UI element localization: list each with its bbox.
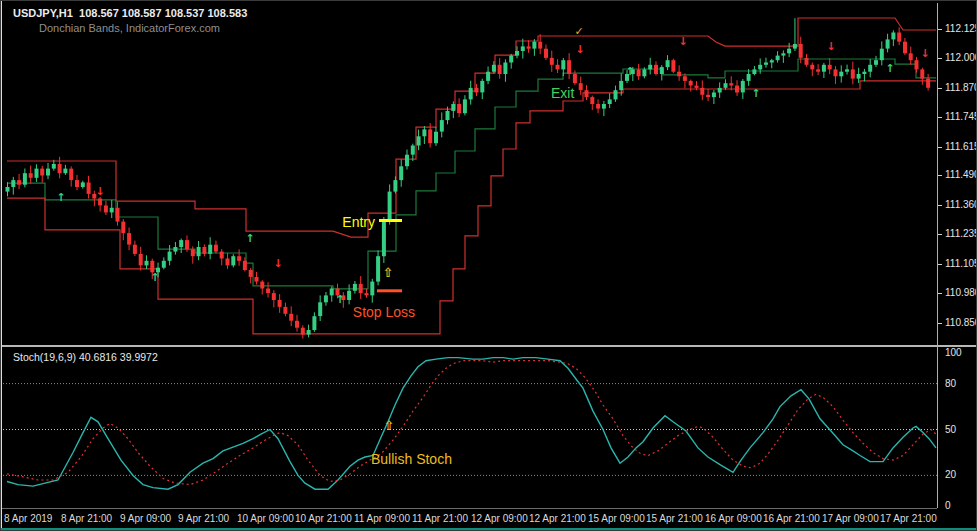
- price-axis[interactable]: 112.125112.000111.870111.745111.615111.4…: [937, 1, 977, 509]
- stoch-axis-label: 80: [945, 378, 956, 389]
- time-axis[interactable]: 8 Apr 20198 Apr 21:009 Apr 09:009 Apr 21…: [1, 509, 977, 530]
- candle-body: [307, 330, 311, 335]
- candle-body: [324, 295, 328, 302]
- candle-body: [116, 208, 120, 222]
- time-axis-label: 12 Apr 21:00: [529, 513, 586, 524]
- price-axis-tick: [938, 205, 942, 206]
- candle-body: [208, 245, 212, 254]
- candle-body: [573, 74, 577, 83]
- hollow-up-arrow-marker: ⇧: [383, 265, 394, 280]
- candle-body: [69, 169, 73, 181]
- candle-body: [683, 76, 687, 81]
- candle-body: [202, 247, 206, 254]
- price-axis-tick: [938, 117, 942, 118]
- candle-body: [538, 42, 542, 49]
- candle-body: [226, 259, 230, 266]
- candle-body: [440, 120, 444, 132]
- price-axis-label: 111.745: [945, 111, 977, 122]
- candle-body: [596, 104, 600, 109]
- candle-body: [544, 49, 548, 58]
- candle-body: [781, 53, 785, 55]
- up-arrow-marker: ↑: [150, 271, 159, 284]
- stop_loss-level-line: [377, 289, 402, 292]
- candle-body: [231, 256, 235, 265]
- candle-body: [376, 256, 380, 281]
- stoch-axis-label: 100: [945, 347, 962, 358]
- stoch-indicator-canvas[interactable]: ⇧Bullish Stoch: [3, 347, 937, 509]
- price-axis-label: 111.615: [945, 141, 977, 152]
- candle-body: [752, 69, 756, 74]
- candle-body: [463, 99, 467, 113]
- candle-body: [388, 192, 392, 220]
- candle-body: [145, 261, 149, 266]
- candle-body: [787, 49, 791, 54]
- candle-body: [550, 58, 554, 65]
- candle-body: [289, 314, 293, 321]
- candle-body: [446, 111, 450, 120]
- candle-body: [920, 69, 924, 78]
- down-arrow-marker: ↓: [273, 257, 282, 270]
- time-axis-label: 10 Apr 21:00: [295, 513, 352, 524]
- candle-body: [58, 164, 62, 173]
- candle-body: [891, 33, 895, 40]
- down-arrow-marker: ↓: [920, 47, 929, 60]
- down-arrow-marker: ↓: [575, 43, 584, 56]
- candle-body: [98, 199, 102, 206]
- candle-body: [434, 132, 438, 144]
- candle-body: [886, 39, 890, 48]
- candle-body: [741, 81, 745, 93]
- candle-body: [724, 83, 728, 88]
- stop_loss-label: Stop Loss: [353, 304, 415, 320]
- time-axis-label: 16 Apr 21:00: [763, 513, 820, 524]
- candle-body: [857, 74, 861, 79]
- indicator-attribution: Donchian Bands, IndicatorForex.com: [39, 22, 220, 34]
- check-arrow-marker: ✓: [574, 25, 583, 38]
- candle-body: [237, 256, 241, 261]
- candle-body: [40, 169, 44, 176]
- candle-body: [318, 302, 322, 316]
- candle-body: [509, 56, 513, 63]
- candle-body: [121, 222, 125, 234]
- candle-body: [451, 104, 455, 111]
- stoch-axis-label: 20: [945, 469, 956, 480]
- candle-body: [486, 72, 490, 81]
- candle-body: [874, 60, 878, 65]
- time-axis-label: 12 Apr 09:00: [471, 513, 528, 524]
- price-axis-label: 110.980: [945, 287, 977, 298]
- candle-body: [556, 65, 560, 70]
- candle-body: [637, 69, 641, 76]
- candle-body: [173, 247, 177, 252]
- candle-body: [747, 74, 751, 81]
- candle-body: [475, 88, 479, 93]
- candle-body: [926, 79, 930, 88]
- candle-body: [23, 173, 27, 185]
- time-axis-label: 10 Apr 09:00: [237, 513, 294, 524]
- candle-body: [220, 252, 224, 259]
- candle-body: [243, 261, 247, 270]
- candle-body: [706, 95, 710, 97]
- candle-body: [776, 56, 780, 61]
- candle-body: [127, 233, 131, 245]
- candle-body: [11, 180, 15, 187]
- candle-body: [521, 46, 525, 51]
- candle-body: [758, 65, 762, 70]
- up-arrow-marker: ↑: [335, 293, 344, 306]
- candle-body: [718, 88, 722, 93]
- candle-body: [393, 180, 397, 192]
- down-arrow-marker: ↓: [678, 35, 687, 48]
- price-axis-label: 111.490: [945, 169, 977, 180]
- candle-body: [29, 173, 33, 178]
- time-axis-label: 9 Apr 21:00: [178, 513, 229, 524]
- candle-body: [793, 44, 797, 49]
- candle-body: [764, 63, 768, 65]
- time-axis-label: 9 Apr 09:00: [120, 513, 171, 524]
- up-arrow-marker: ↑: [751, 87, 760, 100]
- price-axis-tick: [938, 58, 942, 59]
- panel-divider[interactable]: [1, 345, 977, 347]
- up-arrow-marker: ↑: [885, 62, 894, 75]
- candle-body: [75, 180, 79, 187]
- candle-body: [666, 60, 670, 67]
- up-arrow-marker: ↑: [625, 65, 634, 78]
- price-axis-label: 112.125: [945, 23, 977, 34]
- main-chart-canvas[interactable]: ↑↓↑↑↓↑⇧✓↓↑↓↑↓↑↓EntryStop LossExit: [3, 3, 937, 346]
